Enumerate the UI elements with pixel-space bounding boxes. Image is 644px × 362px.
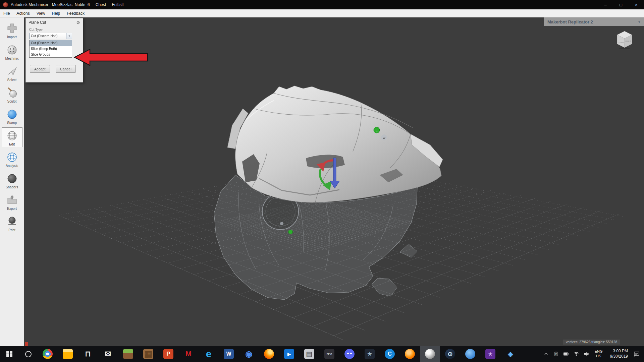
option-cut-discard-half[interactable]: Cut (Discard Half) [30,40,72,46]
app-glyph-icon: ▶ [284,349,294,359]
app-icon-molecule[interactable]: ◈ [500,346,521,362]
game-icon-dark[interactable]: ★ [360,346,380,362]
chevron-up-icon [543,351,549,357]
close-button[interactable]: × [629,0,644,9]
network-button[interactable] [571,346,581,362]
menu-feedback[interactable]: Feedback [63,11,88,16]
menu-file[interactable]: File [0,11,13,16]
tray-expand-button[interactable] [541,346,551,362]
menu-help[interactable]: Help [49,11,64,16]
printer-label: Makerbot Replicator 2 [547,19,593,24]
search-icon [25,351,32,357]
option-slice-groups[interactable]: Slice Groups [30,52,72,57]
meshmixer-logo-icon [3,2,8,7]
maps-icon[interactable]: ◉ [239,346,259,362]
app-glyph-icon [264,349,274,359]
minimize-button[interactable]: – [598,0,613,9]
speaker-icon [583,351,589,357]
sidebar: Import Meshmix Select Sculpt Stamp [0,17,24,346]
tool-export[interactable]: Export [2,192,22,212]
movies-tv-icon[interactable]: ▶ [279,346,299,362]
taskbar-apps: ⊓ ✉ ▦ P M [38,346,521,362]
notification-center-button[interactable] [632,346,642,362]
tool-label: Select [7,78,17,82]
wifi-icon [573,351,579,357]
meshmixer-icon[interactable] [420,346,440,362]
tool-icon [5,43,19,56]
app-glyph-icon: C [385,349,395,359]
tool-label: Import [7,35,16,39]
tool-shaders[interactable]: Shaders [2,170,22,190]
view-cube[interactable]: FRONT RIGHT [614,28,635,50]
app-glyph-icon: P [163,349,173,359]
printer-selector[interactable]: Makerbot Replicator 2 ▼ [544,17,644,26]
steam-icon[interactable]: ⊙ [440,346,460,362]
app-glyph-icon: ✉ [103,349,113,359]
marker-l-label: L [376,128,378,132]
epic-games-icon[interactable]: EPIC [319,346,339,362]
clock-time: 3:00 PM [610,349,628,354]
app-glyph-icon: ★ [365,349,375,359]
windows-icon [6,351,13,357]
cemu-icon[interactable]: C [380,346,400,362]
meshmixer-window: Autodesk Meshmixer - MoeSizzlac_Noble_6_… [0,0,644,362]
app-glyph-icon [63,349,73,359]
app-glyph-icon: ▤ [304,349,314,359]
word-icon[interactable]: W [219,346,239,362]
game-icon-orange[interactable] [400,346,420,362]
tool-edit[interactable]: Edit [2,127,22,147]
tool-print[interactable]: Print [2,213,22,233]
battery-button[interactable] [561,346,571,362]
minecraft-block-icon[interactable]: ▦ [138,346,158,362]
edge-icon[interactable]: e [199,346,219,362]
volume-button[interactable] [581,346,591,362]
tool-icon [5,107,19,121]
accept-button[interactable]: Accept [30,65,50,73]
clock[interactable]: 3:00 PM 9/30/2019 [610,349,628,359]
minecraft-icon[interactable] [118,346,138,362]
tool-sculpt[interactable]: Sculpt [2,84,22,104]
chrome-icon[interactable] [38,346,58,362]
tool-label: Stamp [7,121,17,125]
language-indicator[interactable]: ENG US [595,349,603,359]
printer-dropdown-icon[interactable]: ▼ [638,20,641,24]
tool-icon [5,21,19,35]
tool-stamp[interactable]: Stamp [2,106,22,126]
tool-icon [5,64,19,78]
search-button[interactable] [19,346,38,362]
chevron-down-icon[interactable]: ▼ [66,33,72,39]
taskbar: ⊓ ✉ ▦ P M [0,346,644,362]
tool-analysis[interactable]: Analysis [2,149,22,169]
cut-type-dropdown[interactable]: Cut (Discard Half) ▼ [29,33,72,39]
gear-icon[interactable]: ⚙ [76,20,80,25]
mail-icon[interactable]: ✉ [98,346,118,362]
tool-meshmix[interactable]: Meshmix [2,42,22,61]
file-explorer-icon[interactable] [58,346,78,362]
option-slice-keep-both[interactable]: Slice (Keep Both) [30,46,72,52]
cancel-button[interactable]: Cancel [56,65,76,73]
menu-view[interactable]: View [33,11,49,16]
discord-icon[interactable] [339,346,360,362]
app-icon-blue[interactable] [460,346,480,362]
microsoft-store-icon[interactable]: ⊓ [78,346,98,362]
epic-tray-button[interactable]: E [551,346,561,362]
clock-date: 9/30/2019 [610,354,628,359]
printer-3d-icon[interactable]: ▤ [299,346,319,362]
powerpoint-icon[interactable]: P [158,346,178,362]
status-readout: vertices: 279626 triangles: 559128 [563,340,620,345]
mathematica-icon[interactable]: M [178,346,199,362]
firefox-icon[interactable] [259,346,279,362]
tool-icon [5,150,19,164]
start-button[interactable] [0,346,19,362]
tool-import[interactable]: Import [2,20,22,40]
3d-model-scene: L W [24,17,644,346]
app-glyph-icon: ▦ [143,349,153,359]
dropdown-value: Cut (Discard Half) [31,34,57,38]
menu-actions[interactable]: Actions [13,11,33,16]
tool-select[interactable]: Select [2,63,22,83]
viewport-3d[interactable]: L W Makerbot Replicator 2 ▼ FRONT RIGHT … [24,17,644,346]
app-icon-purple[interactable]: ★ [480,346,500,362]
language-code: ENG [595,349,603,354]
svg-text:E: E [555,353,557,355]
maximize-button[interactable]: □ [613,0,629,9]
